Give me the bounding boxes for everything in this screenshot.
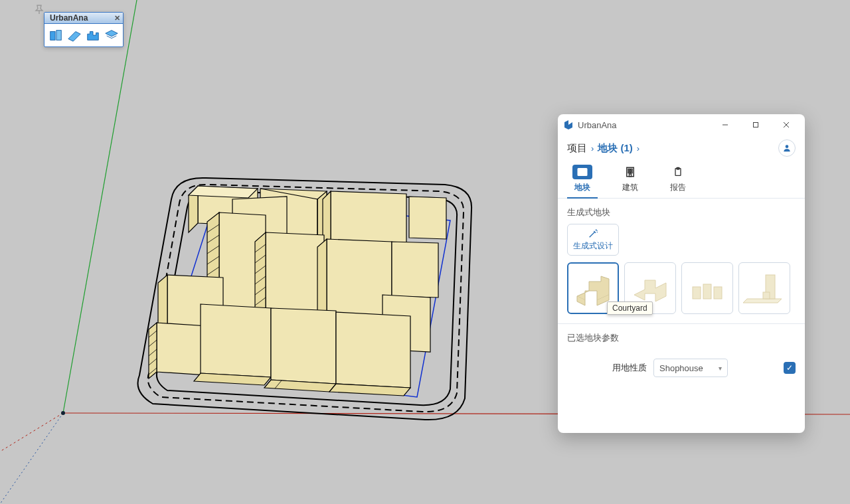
typology-thumbnails: Courtyard: [567, 262, 796, 314]
urbanana-toolbar[interactable]: UrbanAna ✕: [44, 12, 124, 47]
svg-rect-27: [578, 168, 588, 176]
panel-tabs: 地块 建筑 报告: [558, 161, 805, 199]
sketchup-logo-icon: [563, 120, 574, 130]
typology-tooltip: Courtyard: [607, 301, 653, 315]
chevron-right-icon: ›: [637, 143, 639, 153]
panel-title: UrbanAna: [578, 120, 617, 130]
svg-rect-36: [630, 174, 632, 177]
axis-blue-dashed: [0, 413, 63, 504]
minimize-button[interactable]: [712, 114, 738, 135]
origin-dot: [61, 411, 65, 415]
svg-rect-34: [628, 171, 630, 173]
chevron-right-icon: ›: [591, 143, 594, 153]
svg-rect-35: [631, 171, 632, 173]
parcel-tab-icon: [572, 165, 592, 179]
section-params-title: 已选地块参数: [567, 324, 796, 349]
report-tab-icon: [668, 165, 688, 179]
breadcrumb: 项目 › 地块 (1) ›: [567, 138, 796, 161]
toolbar-title: UrbanAna: [50, 13, 88, 23]
svg-rect-32: [628, 169, 630, 171]
toolbar-body: [44, 24, 123, 46]
tab-label: 建筑: [622, 182, 638, 193]
svg-rect-41: [714, 287, 722, 299]
tab-label: 报告: [670, 182, 686, 193]
close-button[interactable]: [773, 114, 800, 135]
svg-rect-39: [693, 287, 701, 299]
road-tool-button[interactable]: [66, 27, 83, 44]
landuse-select-value: Shophouse: [659, 363, 703, 373]
typology-block[interactable]: [681, 262, 733, 314]
maximize-button[interactable]: [742, 114, 769, 135]
landuse-select[interactable]: Shophouse ▾: [653, 359, 728, 377]
typology-tower[interactable]: [738, 262, 790, 314]
panel-titlebar[interactable]: UrbanAna: [558, 114, 805, 135]
breadcrumb-root[interactable]: 项目: [567, 142, 587, 155]
svg-rect-40: [703, 284, 711, 299]
generate-button-label: 生成式设计: [573, 240, 613, 252]
svg-rect-33: [631, 169, 632, 171]
toolbar-header[interactable]: UrbanAna ✕: [44, 13, 123, 24]
tab-report[interactable]: 报告: [663, 165, 693, 198]
svg-point-26: [786, 145, 789, 148]
pin-icon: [33, 4, 44, 15]
toolbar-close-icon[interactable]: ✕: [114, 14, 120, 23]
layer-tool-button[interactable]: [103, 27, 120, 44]
section-generative-title: 生成式地块: [567, 199, 796, 224]
parcel-tool-button[interactable]: [47, 27, 64, 44]
svg-rect-25: [754, 123, 758, 127]
svg-rect-23: [56, 31, 61, 41]
svg-rect-28: [579, 169, 582, 171]
axis-green: [63, 0, 137, 413]
landuse-checkbox[interactable]: ✓: [784, 362, 796, 374]
chevron-down-icon: ▾: [719, 365, 722, 372]
user-avatar-button[interactable]: [778, 139, 796, 157]
tab-building[interactable]: 建筑: [615, 165, 645, 198]
tab-label: 地块: [574, 182, 590, 193]
tab-parcel[interactable]: 地块: [567, 165, 598, 199]
building-massing: [149, 186, 446, 396]
urbanana-panel: UrbanAna 项目 › 地块 (1) › 地块: [558, 114, 805, 433]
city-tool-button[interactable]: [84, 27, 102, 44]
magic-wand-icon: [588, 228, 598, 239]
param-landuse-label: 用地性质: [567, 362, 647, 374]
svg-rect-43: [763, 292, 770, 299]
generate-design-button[interactable]: 生成式设计: [567, 224, 619, 256]
axis-red-dashed: [0, 413, 63, 452]
building-tab-icon: [620, 165, 640, 179]
param-landuse-row: 用地性质 Shophouse ▾ ✓: [567, 349, 796, 377]
breadcrumb-current[interactable]: 地块 (1): [598, 142, 633, 155]
svg-rect-22: [50, 32, 55, 41]
